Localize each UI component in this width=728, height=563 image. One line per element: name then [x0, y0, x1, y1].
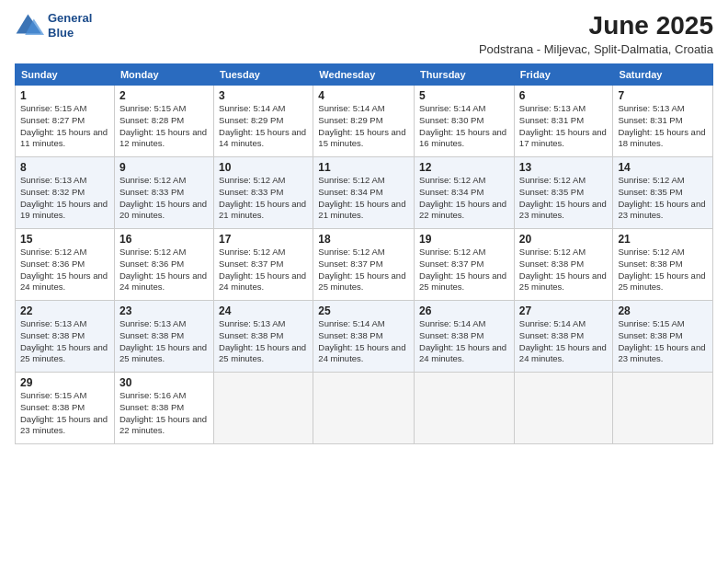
calendar-cell: 11 Sunrise: 5:12 AM Sunset: 8:34 PM Dayl…	[313, 157, 415, 229]
calendar-cell: 20 Sunrise: 5:12 AM Sunset: 8:38 PM Dayl…	[514, 229, 613, 301]
calendar-cell: 3 Sunrise: 5:14 AM Sunset: 8:29 PM Dayli…	[214, 86, 313, 157]
calendar-cell: 18 Sunrise: 5:12 AM Sunset: 8:37 PM Dayl…	[313, 229, 415, 301]
day-number: 22	[20, 304, 109, 317]
col-monday: Monday	[114, 64, 213, 86]
day-number: 29	[20, 376, 109, 389]
day-number: 2	[119, 89, 209, 102]
day-info: Sunrise: 5:12 AM Sunset: 8:36 PM Dayligh…	[119, 247, 209, 293]
calendar-cell: 24 Sunrise: 5:13 AM Sunset: 8:38 PM Dayl…	[214, 301, 313, 373]
day-info: Sunrise: 5:12 AM Sunset: 8:38 PM Dayligh…	[618, 247, 708, 293]
col-sunday: Sunday	[16, 64, 115, 86]
calendar-cell: 4 Sunrise: 5:14 AM Sunset: 8:29 PM Dayli…	[313, 86, 415, 157]
calendar-cell: 7 Sunrise: 5:13 AM Sunset: 8:31 PM Dayli…	[613, 86, 713, 157]
page: General Blue June 2025 Podstrana - Milje…	[0, 0, 728, 563]
week-row-5: 29 Sunrise: 5:15 AM Sunset: 8:38 PM Dayl…	[16, 373, 713, 444]
day-number: 7	[618, 89, 708, 102]
day-info: Sunrise: 5:15 AM Sunset: 8:38 PM Dayligh…	[20, 390, 109, 437]
day-number: 28	[618, 304, 708, 317]
calendar-cell	[313, 373, 415, 444]
day-info: Sunrise: 5:12 AM Sunset: 8:37 PM Dayligh…	[219, 247, 308, 293]
col-friday: Friday	[514, 64, 613, 86]
day-number: 16	[119, 233, 209, 246]
calendar-cell: 25 Sunrise: 5:14 AM Sunset: 8:38 PM Dayl…	[313, 301, 415, 373]
calendar-cell: 30 Sunrise: 5:16 AM Sunset: 8:38 PM Dayl…	[114, 373, 213, 444]
day-info: Sunrise: 5:12 AM Sunset: 8:33 PM Dayligh…	[219, 175, 308, 222]
day-info: Sunrise: 5:12 AM Sunset: 8:33 PM Dayligh…	[119, 175, 209, 222]
day-info: Sunrise: 5:12 AM Sunset: 8:38 PM Dayligh…	[519, 247, 609, 293]
day-number: 20	[519, 233, 609, 246]
day-info: Sunrise: 5:14 AM Sunset: 8:29 PM Dayligh…	[219, 103, 308, 150]
day-number: 26	[419, 304, 509, 317]
week-row-4: 22 Sunrise: 5:13 AM Sunset: 8:38 PM Dayl…	[16, 301, 713, 373]
calendar-cell: 1 Sunrise: 5:15 AM Sunset: 8:27 PM Dayli…	[16, 86, 115, 157]
calendar-cell: 28 Sunrise: 5:15 AM Sunset: 8:38 PM Dayl…	[613, 301, 713, 373]
logo: General Blue	[15, 11, 92, 40]
calendar-cell: 17 Sunrise: 5:12 AM Sunset: 8:37 PM Dayl…	[214, 229, 313, 301]
day-number: 6	[519, 89, 609, 102]
calendar-cell: 9 Sunrise: 5:12 AM Sunset: 8:33 PM Dayli…	[114, 157, 213, 229]
day-info: Sunrise: 5:14 AM Sunset: 8:38 PM Dayligh…	[419, 318, 509, 365]
day-info: Sunrise: 5:15 AM Sunset: 8:38 PM Dayligh…	[618, 318, 708, 365]
day-number: 19	[419, 233, 509, 246]
day-number: 11	[318, 161, 409, 174]
calendar-cell: 12 Sunrise: 5:12 AM Sunset: 8:34 PM Dayl…	[415, 157, 515, 229]
calendar-cell	[415, 373, 515, 444]
calendar-cell: 14 Sunrise: 5:12 AM Sunset: 8:35 PM Dayl…	[613, 157, 713, 229]
title-area: June 2025 Podstrana - Miljevac, Split-Da…	[479, 11, 713, 56]
day-number: 3	[219, 89, 308, 102]
day-info: Sunrise: 5:13 AM Sunset: 8:32 PM Dayligh…	[20, 175, 109, 222]
main-title: June 2025	[479, 11, 713, 40]
day-number: 27	[519, 304, 609, 317]
calendar-cell: 23 Sunrise: 5:13 AM Sunset: 8:38 PM Dayl…	[114, 301, 213, 373]
day-info: Sunrise: 5:14 AM Sunset: 8:29 PM Dayligh…	[318, 103, 409, 150]
day-info: Sunrise: 5:12 AM Sunset: 8:35 PM Dayligh…	[519, 175, 609, 222]
col-wednesday: Wednesday	[313, 64, 415, 86]
calendar-cell	[514, 373, 613, 444]
header-row: Sunday Monday Tuesday Wednesday Thursday…	[16, 64, 713, 86]
day-info: Sunrise: 5:14 AM Sunset: 8:38 PM Dayligh…	[318, 318, 409, 365]
col-tuesday: Tuesday	[214, 64, 313, 86]
day-info: Sunrise: 5:12 AM Sunset: 8:37 PM Dayligh…	[419, 247, 509, 293]
calendar-cell: 15 Sunrise: 5:12 AM Sunset: 8:36 PM Dayl…	[16, 229, 115, 301]
day-info: Sunrise: 5:15 AM Sunset: 8:27 PM Dayligh…	[20, 103, 109, 150]
day-number: 9	[119, 161, 209, 174]
day-info: Sunrise: 5:13 AM Sunset: 8:31 PM Dayligh…	[519, 103, 609, 150]
day-number: 5	[419, 89, 509, 102]
day-number: 21	[618, 233, 708, 246]
day-info: Sunrise: 5:12 AM Sunset: 8:37 PM Dayligh…	[318, 247, 409, 293]
week-row-2: 8 Sunrise: 5:13 AM Sunset: 8:32 PM Dayli…	[16, 157, 713, 229]
calendar-table: Sunday Monday Tuesday Wednesday Thursday…	[15, 63, 713, 444]
calendar-cell: 29 Sunrise: 5:15 AM Sunset: 8:38 PM Dayl…	[16, 373, 115, 444]
calendar-cell: 13 Sunrise: 5:12 AM Sunset: 8:35 PM Dayl…	[514, 157, 613, 229]
logo-text: General Blue	[48, 11, 92, 40]
calendar-cell: 5 Sunrise: 5:14 AM Sunset: 8:30 PM Dayli…	[415, 86, 515, 157]
day-number: 13	[519, 161, 609, 174]
header: General Blue June 2025 Podstrana - Milje…	[15, 11, 713, 56]
day-number: 14	[618, 161, 708, 174]
calendar-cell: 2 Sunrise: 5:15 AM Sunset: 8:28 PM Dayli…	[114, 86, 213, 157]
day-info: Sunrise: 5:13 AM Sunset: 8:31 PM Dayligh…	[618, 103, 708, 150]
subtitle: Podstrana - Miljevac, Split-Dalmatia, Cr…	[479, 42, 713, 56]
day-info: Sunrise: 5:12 AM Sunset: 8:36 PM Dayligh…	[20, 247, 109, 293]
week-row-3: 15 Sunrise: 5:12 AM Sunset: 8:36 PM Dayl…	[16, 229, 713, 301]
day-number: 15	[20, 233, 109, 246]
calendar-cell	[214, 373, 313, 444]
day-info: Sunrise: 5:14 AM Sunset: 8:38 PM Dayligh…	[519, 318, 609, 365]
calendar-cell: 22 Sunrise: 5:13 AM Sunset: 8:38 PM Dayl…	[16, 301, 115, 373]
day-info: Sunrise: 5:12 AM Sunset: 8:35 PM Dayligh…	[618, 175, 708, 222]
day-info: Sunrise: 5:15 AM Sunset: 8:28 PM Dayligh…	[119, 103, 209, 150]
day-number: 10	[219, 161, 308, 174]
calendar-cell: 16 Sunrise: 5:12 AM Sunset: 8:36 PM Dayl…	[114, 229, 213, 301]
calendar-cell: 27 Sunrise: 5:14 AM Sunset: 8:38 PM Dayl…	[514, 301, 613, 373]
day-info: Sunrise: 5:16 AM Sunset: 8:38 PM Dayligh…	[119, 390, 209, 437]
week-row-1: 1 Sunrise: 5:15 AM Sunset: 8:27 PM Dayli…	[16, 86, 713, 157]
col-thursday: Thursday	[415, 64, 515, 86]
day-number: 23	[119, 304, 209, 317]
day-number: 25	[318, 304, 409, 317]
calendar-cell: 10 Sunrise: 5:12 AM Sunset: 8:33 PM Dayl…	[214, 157, 313, 229]
logo-icon	[15, 13, 44, 39]
day-info: Sunrise: 5:13 AM Sunset: 8:38 PM Dayligh…	[119, 318, 209, 365]
col-saturday: Saturday	[613, 64, 713, 86]
day-number: 17	[219, 233, 308, 246]
calendar-cell: 19 Sunrise: 5:12 AM Sunset: 8:37 PM Dayl…	[415, 229, 515, 301]
